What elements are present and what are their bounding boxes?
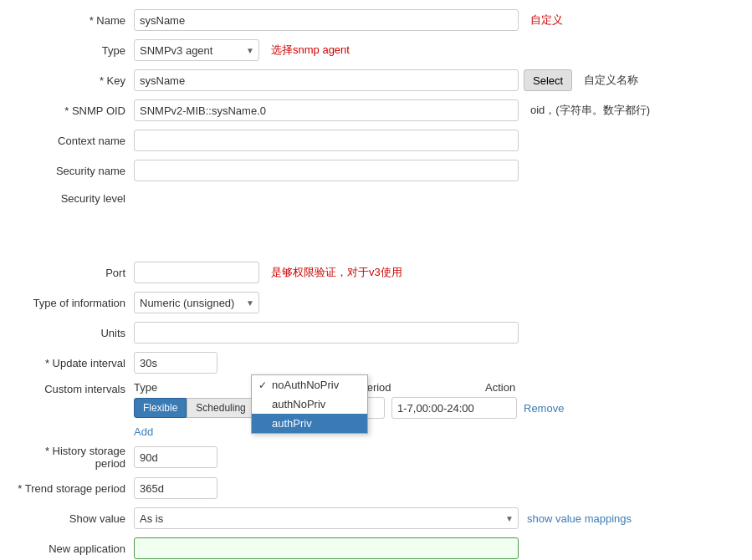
select-button[interactable]: Select [524,69,572,91]
type-of-info-select[interactable]: Numeric (unsigned) Numeric (float) Chara… [134,292,259,313]
type-label: Type [17,44,134,57]
port-label: Port [17,267,134,279]
period-value-input[interactable] [391,397,517,419]
dropdown-item-authnopriv[interactable]: authNoPriv [252,395,367,414]
key-label: * Key [17,74,134,87]
type-of-info-label: Type of information [17,297,134,309]
key-input[interactable] [134,69,519,91]
type-of-info-row: Type of information Numeric (unsigned) N… [17,291,735,314]
new-application-input[interactable] [134,537,519,559]
name-label: * Name [17,14,134,27]
show-value-select[interactable]: As is [134,507,519,529]
key-annotation: 自定义名称 [584,73,638,88]
new-application-row: New application [17,537,735,560]
history-storage-input[interactable] [134,446,217,468]
history-storage-row: * History storage period [17,445,735,470]
show-value-mappings-link[interactable]: show value mappings [527,512,632,525]
security-level-label: Security level [17,192,134,205]
custom-intervals-label: Custom intervals [17,381,134,395]
units-label: Units [17,327,134,339]
col-action-header: Action [468,381,535,394]
show-value-row: Show value As is ▼ show value mappings [17,507,735,530]
dropdown-label-authpriv: authPriv [272,417,312,430]
remove-button[interactable]: Remove [524,402,564,415]
trend-storage-input[interactable] [134,477,217,499]
snmp-oid-annotation: oid，(字符串。数字都行) [530,103,650,118]
port-input[interactable] [134,262,259,283]
scheduling-button[interactable]: Scheduling [187,398,254,418]
check-spacer-2 [258,418,272,430]
col-type-header: Type [134,381,234,394]
flexible-button[interactable]: Flexible [134,398,187,418]
trend-storage-row: * Trend storage period [17,476,735,500]
security-level-dropdown[interactable]: ✓ noAuthNoPriv authNoPriv authPriv [251,374,368,434]
name-row: * Name 自定义 [17,8,735,32]
type-select-wrapper: SNMPv3 agent SNMPv1 agent SNMPv2 agent ▼ [134,39,259,61]
update-interval-row: * Update interval [17,351,735,374]
type-row: Type SNMPv3 agent SNMPv1 agent SNMPv2 ag… [17,38,735,62]
security-level-row: Security level ✓ noAuthNoPriv authNoPriv… [17,189,735,212]
snmp-oid-label: * SNMP OID [17,104,134,117]
dropdown-label-noauthnopriv: noAuthNoPriv [272,379,339,391]
show-value-select-wrapper: As is ▼ [134,507,519,529]
form-container: * Name 自定义 Type SNMPv3 agent SNMPv1 agen… [0,0,752,560]
security-name-row: Security name [17,159,735,182]
context-name-label: Context name [17,135,134,147]
type-annotation: 选择snmp agent [271,43,350,58]
update-interval-label: * Update interval [17,357,134,369]
key-row: * Key Select 自定义名称 [17,69,735,92]
check-icon: ✓ [258,379,272,391]
security-name-input[interactable] [134,160,519,181]
port-row: Port 是够权限验证，对于v3使用 [17,261,735,284]
snmp-oid-input[interactable] [134,99,519,121]
update-interval-input[interactable] [134,352,217,374]
type-select[interactable]: SNMPv3 agent SNMPv1 agent SNMPv2 agent [134,39,259,61]
context-name-input[interactable] [134,130,519,151]
units-row: Units [17,321,735,344]
dropdown-item-noauthnopriv[interactable]: ✓ noAuthNoPriv [252,375,367,395]
name-annotation: 自定义 [530,13,563,28]
history-storage-label: * History storage period [17,445,134,470]
dropdown-item-authpriv[interactable]: authPriv [252,414,367,433]
trend-storage-label: * Trend storage period [17,482,134,495]
type-of-info-select-wrapper: Numeric (unsigned) Numeric (float) Chara… [134,292,259,313]
show-value-label: Show value [17,512,134,525]
snmp-oid-row: * SNMP OID oid，(字符串。数字都行) [17,99,735,122]
security-name-label: Security name [17,165,134,177]
dropdown-label-authnopriv: authNoPriv [272,398,325,410]
context-name-row: Context name [17,129,735,152]
custom-intervals-row: Custom intervals Type Interval Period Ac… [17,381,735,438]
name-input[interactable] [134,9,519,31]
check-spacer [258,399,272,410]
new-application-label: New application [17,542,134,555]
add-button[interactable]: Add [134,425,153,438]
units-input[interactable] [134,322,519,344]
port-annotation: 是够权限验证，对于v3使用 [271,265,402,280]
